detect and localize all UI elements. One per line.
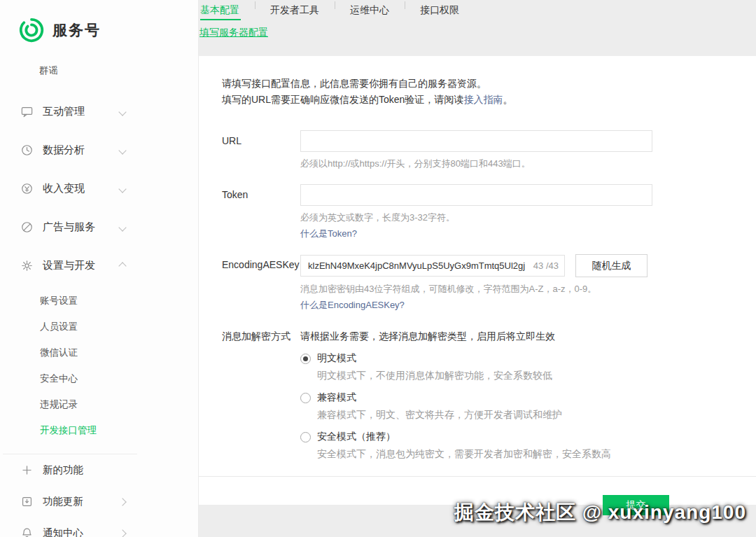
app-root: 服务号 群谣 互动管理 数据分析 收入变	[0, 0, 756, 537]
sidebar-item-new-features[interactable]: 新的功能	[0, 454, 144, 486]
chevron-right-icon	[118, 498, 126, 505]
sidebar-item-top[interactable]: 群谣	[39, 64, 198, 77]
sidebar-menu: 互动管理 数据分析 收入变现 广告与服务	[0, 92, 198, 285]
tab-ops-center[interactable]: 运维中心	[335, 0, 405, 21]
submenu-item-staff[interactable]: 人员设置	[0, 314, 198, 340]
ad-circle-icon	[20, 221, 34, 234]
brand: 服务号	[0, 0, 198, 43]
sidebar-item-label: 功能更新	[43, 495, 83, 508]
tab-developer-tools[interactable]: 开发者工具	[255, 0, 335, 21]
radio-unselected-icon[interactable]	[300, 432, 311, 442]
url-input[interactable]	[300, 130, 652, 152]
submit-button[interactable]: 提交	[603, 495, 669, 515]
plus-icon	[20, 463, 34, 477]
radio-unselected-icon[interactable]	[300, 393, 311, 403]
intro-line-1: 请填写接口配置信息，此信息需要你拥有自己的服务器资源。	[222, 76, 728, 92]
what-is-aeskey-link[interactable]: 什么是EncodingAESKey?	[300, 300, 405, 310]
settings-submenu: 账号设置 人员设置 微信认证 安全中心 违规记录 开发接口管理	[0, 288, 198, 443]
chevron-down-icon	[118, 108, 126, 116]
intro-text: 请填写接口配置信息，此信息需要你拥有自己的服务器资源。 填写的URL需要正确响应…	[222, 76, 728, 108]
sidebar-item-label: 设置与开发	[43, 259, 95, 272]
sidebar-item-analytics[interactable]: 数据分析	[0, 131, 144, 169]
subnav-server-config-link[interactable]: 填写服务器配置	[200, 27, 268, 39]
server-config-panel: 请填写接口配置信息，此信息需要你拥有自己的服务器资源。 填写的URL需要正确响应…	[199, 56, 756, 505]
tab-api-permissions[interactable]: 接口权限	[405, 0, 475, 21]
random-generate-button[interactable]: 随机生成	[575, 254, 648, 277]
chevron-down-icon	[118, 185, 126, 193]
url-hint: 必须以http://或https://开头，分别支持80端口和443端口。	[300, 158, 728, 170]
crypto-mode-row: 消息加解密方式 请根据业务需要，选择消息加解密类型，启用后将立即生效 明文模式 …	[222, 326, 728, 462]
radio-plaintext-mode[interactable]: 明文模式	[300, 352, 728, 365]
sidebar-item-settings-dev[interactable]: 设置与开发	[0, 246, 144, 285]
update-icon	[20, 495, 34, 508]
sidebar-item-ads[interactable]: 广告与服务	[0, 208, 144, 246]
aeskey-char-counter: 43 /43	[533, 255, 559, 277]
chevron-right-icon	[118, 529, 126, 537]
chevron-up-icon	[118, 262, 126, 270]
aeskey-input[interactable]	[300, 255, 565, 277]
top-tab-bar: 基本配置 开发者工具 运维中心 接口权限	[199, 0, 756, 21]
bell-icon	[20, 526, 34, 537]
url-label: URL	[222, 130, 300, 170]
sidebar-item-label: 数据分析	[43, 144, 85, 157]
crypto-mode-desc: 请根据业务需要，选择消息加解密类型，启用后将立即生效	[300, 326, 728, 343]
compatible-mode-desc: 兼容模式下，明文、密文将共存，方便开发者调试和维护	[317, 409, 728, 421]
submenu-item-security[interactable]: 安全中心	[0, 365, 198, 391]
sidebar-item-monetization[interactable]: 收入变现	[0, 169, 144, 208]
aeskey-row: EncodingAESKey 43 /43 随机生成 消息加密密钥由43位字符组…	[222, 254, 728, 312]
submenu-item-verification[interactable]: 微信认证	[0, 340, 198, 365]
chat-bubble-icon	[20, 105, 34, 118]
sidebar-item-feature-updates[interactable]: 功能更新	[0, 486, 144, 517]
intro-line-2: 填写的URL需要正确响应微信发送的Token验证，请阅读接入指南。	[222, 92, 728, 108]
brand-name: 服务号	[52, 20, 101, 40]
aeskey-hint: 消息加密密钥由43位字符组成，可随机修改，字符范围为A-Z，a-z，0-9。	[300, 283, 728, 295]
sidebar-item-label: 通知中心	[43, 526, 83, 537]
sidebar-item-label: 新的功能	[43, 463, 83, 477]
sidebar-item-label: 广告与服务	[43, 221, 95, 234]
tab-basic-config[interactable]: 基本配置	[199, 0, 255, 21]
chevron-down-icon	[118, 223, 126, 231]
chevron-down-icon	[118, 146, 126, 154]
sidebar-item-label: 互动管理	[43, 105, 85, 118]
plaintext-mode-desc: 明文模式下，不使用消息体加解密功能，安全系数较低	[317, 370, 728, 382]
submenu-item-violations[interactable]: 违规记录	[0, 391, 198, 417]
form-divider	[199, 476, 756, 477]
token-row: Token 必须为英文或数字，长度为3-32字符。 什么是Token?	[222, 184, 728, 240]
gear-icon	[20, 259, 34, 272]
what-is-token-link[interactable]: 什么是Token?	[300, 228, 357, 239]
radio-selected-icon[interactable]	[300, 354, 311, 364]
coin-icon	[20, 182, 34, 195]
sidebar-item-interaction[interactable]: 互动管理	[0, 92, 144, 131]
crypto-mode-label: 消息加解密方式	[222, 326, 300, 462]
service-account-logo-icon	[18, 17, 45, 43]
radio-compatible-mode[interactable]: 兼容模式	[300, 391, 728, 404]
sidebar: 服务号 群谣 互动管理 数据分析 收入变	[0, 0, 199, 537]
sidebar-item-label: 收入变现	[43, 182, 85, 195]
radio-secure-mode[interactable]: 安全模式（推荐）	[300, 431, 728, 443]
sidebar-item-notifications[interactable]: 通知中心	[0, 517, 144, 537]
submenu-item-account[interactable]: 账号设置	[0, 288, 198, 314]
token-hint: 必须为英文或数字，长度为3-32字符。	[300, 211, 728, 224]
secure-mode-desc: 安全模式下，消息包为纯密文，需要开发者加密和解密，安全系数高	[317, 448, 728, 461]
token-input[interactable]	[300, 184, 652, 206]
aeskey-label: EncodingAESKey	[222, 254, 300, 312]
url-row: URL 必须以http://或https://开头，分别支持80端口和443端口…	[222, 130, 728, 170]
server-config-form: URL 必须以http://或https://开头，分别支持80端口和443端口…	[222, 130, 728, 462]
clock-icon	[20, 144, 34, 157]
access-guide-link[interactable]: 接入指南	[463, 94, 503, 105]
token-label: Token	[222, 184, 300, 240]
submenu-item-dev-api[interactable]: 开发接口管理	[0, 417, 198, 443]
